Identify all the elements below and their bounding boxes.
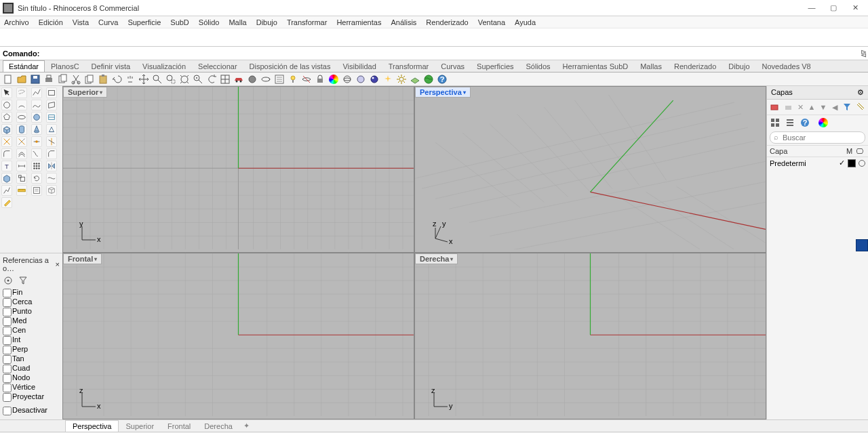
arc-tool-icon[interactable] <box>16 100 27 110</box>
osnap-close-icon[interactable]: × <box>56 260 60 268</box>
layer-up-icon[interactable]: ▲ <box>807 102 816 112</box>
layer-material-icon[interactable] <box>859 160 865 167</box>
panel-menu-icon[interactable]: ⚙ <box>857 88 864 97</box>
move-icon[interactable] <box>138 74 149 85</box>
globe-icon[interactable] <box>423 74 434 85</box>
color-wheel-icon[interactable] <box>818 118 828 127</box>
save-icon[interactable] <box>30 74 41 85</box>
rotate-tool-icon[interactable] <box>31 173 42 184</box>
explode-tool-icon[interactable] <box>1 136 12 147</box>
tab-novedades[interactable]: Novedades V8 <box>756 60 817 72</box>
paste-icon[interactable] <box>98 74 108 85</box>
print-icon[interactable] <box>43 74 54 85</box>
tab-planosc[interactable]: PlanosC <box>45 60 85 72</box>
analyze-icon[interactable] <box>1 185 12 196</box>
tab-definir-vista[interactable]: Definir vista <box>85 60 136 72</box>
options-icon[interactable] <box>274 74 285 85</box>
filter-layers-icon[interactable] <box>842 102 852 112</box>
tab-seleccionar[interactable]: Seleccionar <box>192 60 243 72</box>
menu-edicion[interactable]: Edición <box>39 18 63 26</box>
array-tool-icon[interactable] <box>31 161 42 171</box>
osnap-proyectar[interactable]: Proyectar <box>3 392 60 401</box>
menu-renderizado[interactable]: Renderizado <box>426 18 468 26</box>
trim-tool-icon[interactable] <box>16 136 27 147</box>
close-button[interactable]: ✕ <box>850 3 860 12</box>
ghosted-icon[interactable] <box>355 74 366 85</box>
rendered-icon[interactable] <box>369 74 380 85</box>
spark-icon[interactable] <box>382 74 393 85</box>
zoom-extents-icon[interactable] <box>179 74 190 85</box>
help-icon[interactable]: ? <box>437 74 448 85</box>
tab-visualizacion[interactable]: Visualización <box>136 60 192 72</box>
undo-view-icon[interactable] <box>206 74 217 85</box>
menu-subd[interactable]: SubD <box>170 18 189 26</box>
menu-transformar[interactable]: Transformar <box>287 18 328 26</box>
new-icon[interactable] <box>3 74 14 85</box>
scale-tool-icon[interactable] <box>16 173 27 184</box>
viewport-right-label[interactable]: Derecha▾ <box>415 253 458 264</box>
menu-vista[interactable]: Vista <box>73 18 89 26</box>
zoom-icon[interactable] <box>152 74 163 85</box>
tab-disposicion-vistas[interactable]: Disposición de las vistas <box>243 60 337 72</box>
osnap-cen[interactable]: Cen <box>3 325 60 335</box>
chevron-down-icon[interactable]: ▾ <box>94 256 97 262</box>
menu-dibujo[interactable]: Dibujo <box>256 18 277 26</box>
delete-layer-icon[interactable]: ✕ <box>795 102 805 112</box>
viewport-perspective[interactable]: Perspectiva▾ xyz <box>415 87 766 252</box>
join-tool-icon[interactable] <box>31 136 42 147</box>
layer-tools-icon[interactable] <box>854 102 865 112</box>
mesh-tool-icon[interactable] <box>46 185 57 196</box>
vptab-derecha[interactable]: Derecha <box>197 421 239 432</box>
open-icon[interactable] <box>16 74 27 85</box>
vptab-superior[interactable]: Superior <box>119 421 161 432</box>
tab-superficies[interactable]: Superficies <box>471 60 519 72</box>
tab-mallas[interactable]: Mallas <box>634 60 668 72</box>
shade-icon[interactable] <box>247 74 258 85</box>
layer-down-icon[interactable]: ▼ <box>818 102 828 112</box>
dim-tool-icon[interactable] <box>16 161 27 171</box>
osnap-int[interactable]: Int <box>3 335 60 344</box>
measure-icon[interactable] <box>16 185 27 196</box>
menu-ayuda[interactable]: Ayuda <box>515 18 536 26</box>
tab-dibujo2[interactable]: Dibujo <box>722 60 755 72</box>
menu-superficie[interactable]: Superficie <box>127 18 161 26</box>
polygon-icon[interactable] <box>1 112 12 123</box>
osnap-desactivar[interactable]: Desactivar <box>3 405 60 415</box>
tab-renderizado[interactable]: Renderizado <box>668 60 722 72</box>
tab-estandar[interactable]: Estándar <box>3 60 45 72</box>
copy-icon[interactable] <box>84 74 95 85</box>
viewport-top-label[interactable]: Superior▾ <box>63 87 107 98</box>
layer-head-monitor-icon[interactable]: 🖵 <box>856 147 865 155</box>
layer-left-icon[interactable]: ◀ <box>830 102 840 112</box>
menu-malla[interactable]: Malla <box>229 18 246 26</box>
vptab-perspectiva[interactable]: Perspectiva <box>65 420 119 432</box>
vptab-frontal[interactable]: Frontal <box>161 421 197 432</box>
rectangle-tool-icon[interactable] <box>46 87 57 98</box>
command-scroll-icon[interactable]: ⧎ <box>859 49 868 58</box>
zoom-selected-icon[interactable] <box>193 74 203 85</box>
wireframe-icon[interactable] <box>342 74 353 85</box>
zoom-window-icon[interactable] <box>165 74 176 85</box>
osnap-cerca[interactable]: Cerca <box>3 297 60 306</box>
layer-color-swatch[interactable] <box>848 159 856 167</box>
chevron-down-icon[interactable]: ▾ <box>100 89 102 96</box>
loft-icon[interactable] <box>46 112 57 123</box>
fillet-icon[interactable] <box>1 148 12 159</box>
move-tool-icon[interactable] <box>1 173 12 184</box>
grid-view-icon[interactable] <box>770 117 781 128</box>
osnap-vertice[interactable]: Vértice <box>3 382 60 392</box>
flow-tool-icon[interactable] <box>46 173 57 184</box>
chevron-down-icon[interactable]: ▾ <box>463 89 466 96</box>
osnap-filter-icon[interactable] <box>18 275 28 286</box>
tab-subd[interactable]: Herramientas SubD <box>557 60 635 72</box>
layer-help-icon[interactable]: ? <box>800 117 810 128</box>
side-tab-icon[interactable] <box>856 239 868 251</box>
vptab-add-icon[interactable]: ✦ <box>239 421 254 430</box>
gear-icon[interactable] <box>396 74 407 85</box>
menu-curva[interactable]: Curva <box>98 18 118 26</box>
lock-icon2[interactable] <box>315 74 326 85</box>
sphere-tool-icon[interactable] <box>31 112 42 123</box>
viewport-front-label[interactable]: Frontal▾ <box>63 253 102 264</box>
osnap-toggle-icon[interactable] <box>3 275 14 286</box>
redo-pan-icon[interactable] <box>125 74 136 85</box>
